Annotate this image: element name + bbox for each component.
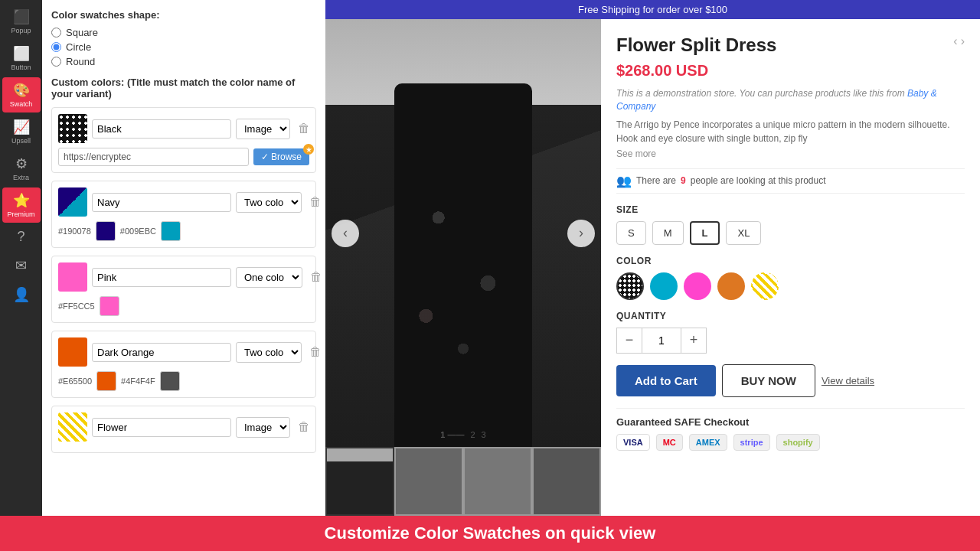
sidebar-item-button[interactable]: ⬜ Button xyxy=(2,41,41,76)
size-s-button[interactable]: S xyxy=(616,221,646,245)
premium-icon: ⭐ xyxy=(13,192,30,209)
shape-round-option[interactable]: Round xyxy=(51,56,316,67)
dark-orange-hex1-swatch[interactable] xyxy=(96,371,116,391)
right-area: Free Shipping for order over $100 ‹ › xyxy=(325,0,980,516)
product-header: Flower Split Dress ‹ › xyxy=(616,34,965,56)
shape-circle-option[interactable]: Circle xyxy=(51,41,316,53)
image-next-button[interactable]: › xyxy=(567,220,595,247)
pink-hex1-swatch[interactable] xyxy=(100,296,119,316)
sidebar-item-premium[interactable]: ⭐ Premium xyxy=(2,187,41,223)
color-yellow-circle[interactable] xyxy=(751,272,779,300)
pink-delete-button[interactable]: 🗑 xyxy=(307,269,325,285)
dot-1[interactable]: 1 —— xyxy=(440,430,464,439)
payment-icons: VISA MC AMEX stripe shopify xyxy=(616,434,965,451)
prev-product-icon[interactable]: ‹ xyxy=(953,34,957,48)
color-entry-black: Image 🗑 ✓ Browse ★ xyxy=(51,107,316,173)
color-entry-flower: Image 🗑 xyxy=(51,406,316,453)
viewers-count: 9 xyxy=(681,175,686,186)
thumbnail-4[interactable] xyxy=(532,447,601,516)
buy-now-button[interactable]: BUY NOW xyxy=(722,364,815,397)
dark-orange-hex2-label: #4F4F4F xyxy=(121,377,155,386)
pink-name-input[interactable] xyxy=(92,268,231,287)
sidebar-item-extra[interactable]: ⚙ Extra xyxy=(2,151,41,186)
shape-square-option[interactable]: Square xyxy=(51,27,316,38)
main-image-container: ‹ › 1 —— 2 3 xyxy=(325,19,601,447)
see-more-link[interactable]: See more xyxy=(616,148,965,159)
navy-hex2-swatch[interactable] xyxy=(161,221,181,241)
sidebar-label-button: Button xyxy=(11,64,31,71)
dot-2[interactable]: 2 xyxy=(470,430,475,439)
pink-type-select[interactable]: One colo xyxy=(236,267,302,288)
button-icon: ⬜ xyxy=(13,45,30,62)
dress-pattern xyxy=(401,119,525,447)
black-url-input[interactable] xyxy=(58,148,249,166)
demo-text-content: This is a demonstration store. You can p… xyxy=(616,88,905,99)
quantity-plus-button[interactable]: + xyxy=(681,328,707,354)
dark-orange-hex2-swatch[interactable] xyxy=(160,371,180,391)
add-to-cart-button[interactable]: Add to Cart xyxy=(616,365,716,396)
black-name-input[interactable] xyxy=(92,119,231,139)
navy-name-input[interactable] xyxy=(92,193,231,212)
view-details-link[interactable]: View details xyxy=(822,375,874,386)
color-orange-circle[interactable] xyxy=(717,272,745,300)
mail-icon: ✉ xyxy=(15,257,27,274)
sidebar-item-mail[interactable]: ✉ xyxy=(2,253,41,280)
navy-delete-button[interactable]: 🗑 xyxy=(306,194,325,210)
product-area: ‹ › 1 —— 2 3 xyxy=(325,19,980,516)
dark-orange-hex1-label: #E65500 xyxy=(58,377,92,386)
black-browse-button[interactable]: ✓ Browse ★ xyxy=(253,148,309,165)
black-type-select[interactable]: Image xyxy=(236,119,290,139)
black-delete-button[interactable]: 🗑 xyxy=(295,120,313,137)
size-label: SIZE xyxy=(616,204,965,215)
sidebar-item-user[interactable]: 👤 xyxy=(2,282,41,309)
navy-hex1-swatch[interactable] xyxy=(96,221,116,241)
color-swatches-shape-label: Color swatches shape: xyxy=(51,9,316,21)
size-l-button[interactable]: L xyxy=(690,221,720,245)
next-product-icon[interactable]: › xyxy=(961,34,965,48)
product-demo-text: This is a demonstration store. You can p… xyxy=(616,87,965,113)
dark-orange-delete-button[interactable]: 🗑 xyxy=(306,344,325,360)
sidebar-item-help[interactable]: ? xyxy=(2,224,41,251)
thumbnail-2[interactable] xyxy=(394,447,463,516)
thumbnail-1[interactable] xyxy=(325,447,394,516)
action-buttons: Add to Cart BUY NOW View details xyxy=(616,364,965,397)
shape-radio-group: Square Circle Round xyxy=(51,27,316,67)
sidebar-item-popup[interactable]: ⬛ Popup xyxy=(2,4,41,39)
shape-round-radio[interactable] xyxy=(51,57,61,67)
color-row-black-main: Image 🗑 xyxy=(58,114,309,143)
size-m-button[interactable]: M xyxy=(652,221,684,245)
thumbnail-3[interactable] xyxy=(463,447,532,516)
color-row-navy-main: Two colo 🗑 xyxy=(58,187,309,217)
dot-3[interactable]: 3 xyxy=(482,430,486,439)
swatch-icon: 🎨 xyxy=(13,82,30,99)
thumb-3-inner xyxy=(465,448,531,514)
color-black-circle[interactable] xyxy=(616,272,644,300)
navy-type-select[interactable]: Two colo xyxy=(236,192,302,213)
shape-circle-radio[interactable] xyxy=(51,42,61,52)
mastercard-badge: MC xyxy=(656,434,683,451)
image-prev-button[interactable]: ‹ xyxy=(332,220,359,247)
sidebar-label-premium: Premium xyxy=(7,210,34,218)
custom-colors-label: Custom colors: xyxy=(51,77,124,88)
flower-delete-button[interactable]: 🗑 xyxy=(295,419,313,435)
image-dots: 1 —— 2 3 xyxy=(440,430,485,439)
flower-type-select[interactable]: Image xyxy=(236,417,290,438)
sidebar-item-swatch[interactable]: 🎨 Swatch xyxy=(2,77,41,112)
shape-square-radio[interactable] xyxy=(51,28,61,37)
product-description: The Arrigo by Pence incorporates a uniqu… xyxy=(616,118,965,145)
quantity-minus-button[interactable]: − xyxy=(616,328,642,354)
color-entry-navy: Two colo 🗑 #190078 #009EBC xyxy=(51,181,316,248)
shipping-banner: Free Shipping for order over $100 xyxy=(325,0,980,19)
product-image-area: ‹ › 1 —— 2 3 xyxy=(325,19,601,516)
color-teal-circle[interactable] xyxy=(650,272,678,300)
color-row-flower-main: Image 🗑 xyxy=(58,412,309,442)
dark-orange-name-input[interactable] xyxy=(92,343,231,362)
quantity-control: − 1 + xyxy=(616,328,965,354)
sidebar-item-upsell[interactable]: 📈 Upsell xyxy=(2,114,41,149)
color-pink-circle[interactable] xyxy=(684,272,711,300)
size-xl-button[interactable]: XL xyxy=(726,221,761,245)
dark-orange-type-select[interactable]: Two colo xyxy=(236,342,302,363)
visa-badge: VISA xyxy=(616,434,650,451)
color-url-row-black: ✓ Browse ★ xyxy=(58,148,309,166)
flower-name-input[interactable] xyxy=(92,418,231,437)
